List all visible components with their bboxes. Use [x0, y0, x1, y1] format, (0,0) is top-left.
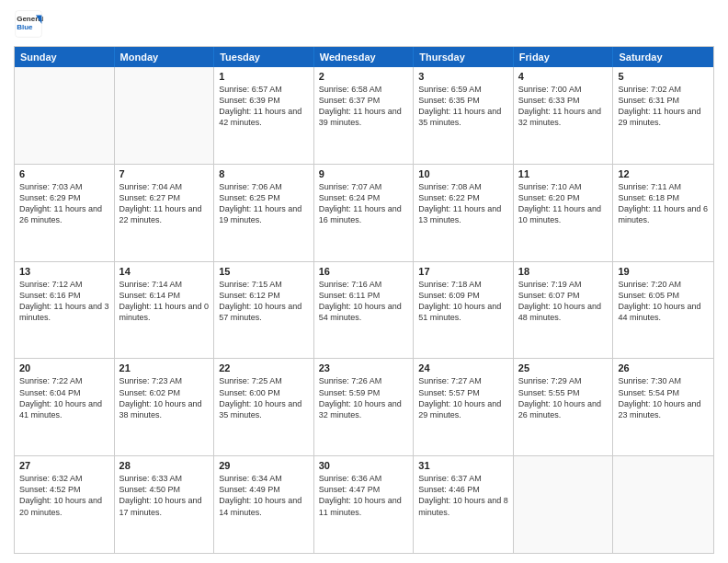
day-number: 17 — [418, 266, 508, 277]
day-cell-9: 9Sunrise: 7:07 AM Sunset: 6:24 PM Daylig… — [314, 165, 415, 261]
logo-icon: General Blue — [14, 9, 43, 39]
day-info: Sunrise: 7:14 AM Sunset: 6:14 PM Dayligh… — [119, 279, 210, 324]
day-info: Sunrise: 7:29 AM Sunset: 5:55 PM Dayligh… — [518, 375, 609, 420]
day-number: 26 — [618, 362, 709, 373]
week-row-4: 20Sunrise: 7:22 AM Sunset: 6:04 PM Dayli… — [15, 358, 713, 455]
day-cell-29: 29Sunrise: 6:34 AM Sunset: 4:49 PM Dayli… — [214, 456, 314, 553]
week-row-2: 6Sunrise: 7:03 AM Sunset: 6:29 PM Daylig… — [15, 164, 713, 261]
day-number: 28 — [119, 460, 210, 471]
week-row-1: 1Sunrise: 6:57 AM Sunset: 6:39 PM Daylig… — [15, 67, 713, 164]
day-info: Sunrise: 7:27 AM Sunset: 5:57 PM Dayligh… — [418, 375, 508, 420]
day-number: 15 — [219, 266, 309, 277]
svg-text:Blue: Blue — [17, 23, 33, 31]
day-number: 3 — [418, 71, 508, 82]
day-info: Sunrise: 6:57 AM Sunset: 6:39 PM Dayligh… — [219, 84, 309, 129]
empty-cell — [613, 456, 713, 553]
day-cell-20: 20Sunrise: 7:22 AM Sunset: 6:04 PM Dayli… — [15, 359, 115, 455]
day-info: Sunrise: 7:20 AM Sunset: 6:05 PM Dayligh… — [618, 279, 709, 324]
day-cell-18: 18Sunrise: 7:19 AM Sunset: 6:07 PM Dayli… — [514, 262, 614, 359]
day-cell-15: 15Sunrise: 7:15 AM Sunset: 6:12 PM Dayli… — [214, 262, 314, 359]
day-cell-19: 19Sunrise: 7:20 AM Sunset: 6:05 PM Dayli… — [613, 262, 713, 359]
day-number: 21 — [119, 362, 210, 373]
day-number: 19 — [618, 266, 709, 277]
page-container: General Blue SundayMondayTuesdayWednesda… — [0, 0, 728, 563]
day-cell-5: 5Sunrise: 7:02 AM Sunset: 6:31 PM Daylig… — [613, 67, 713, 164]
day-number: 11 — [518, 168, 609, 179]
day-info: Sunrise: 7:00 AM Sunset: 6:33 PM Dayligh… — [518, 84, 609, 129]
day-number: 7 — [119, 168, 210, 179]
day-number: 20 — [19, 362, 109, 373]
day-info: Sunrise: 7:11 AM Sunset: 6:18 PM Dayligh… — [618, 181, 709, 226]
day-number: 30 — [319, 460, 409, 471]
day-info: Sunrise: 6:32 AM Sunset: 4:52 PM Dayligh… — [19, 473, 109, 518]
day-number: 5 — [618, 71, 709, 82]
day-number: 18 — [518, 266, 609, 277]
day-header-friday: Friday — [514, 47, 614, 67]
day-info: Sunrise: 7:19 AM Sunset: 6:07 PM Dayligh… — [518, 279, 609, 324]
week-row-3: 13Sunrise: 7:12 AM Sunset: 6:16 PM Dayli… — [15, 261, 713, 359]
day-header-thursday: Thursday — [414, 47, 514, 67]
day-cell-11: 11Sunrise: 7:10 AM Sunset: 6:20 PM Dayli… — [514, 165, 614, 261]
day-header-wednesday: Wednesday — [314, 47, 415, 67]
day-info: Sunrise: 6:33 AM Sunset: 4:50 PM Dayligh… — [119, 473, 210, 518]
day-cell-13: 13Sunrise: 7:12 AM Sunset: 6:16 PM Dayli… — [15, 262, 115, 359]
day-cell-16: 16Sunrise: 7:16 AM Sunset: 6:11 PM Dayli… — [314, 262, 415, 359]
day-cell-14: 14Sunrise: 7:14 AM Sunset: 6:14 PM Dayli… — [115, 262, 215, 359]
calendar-header: SundayMondayTuesdayWednesdayThursdayFrid… — [15, 47, 713, 67]
day-number: 25 — [518, 362, 609, 373]
day-cell-27: 27Sunrise: 6:32 AM Sunset: 4:52 PM Dayli… — [15, 456, 115, 553]
day-info: Sunrise: 6:37 AM Sunset: 4:46 PM Dayligh… — [418, 473, 508, 518]
day-cell-8: 8Sunrise: 7:06 AM Sunset: 6:25 PM Daylig… — [214, 165, 314, 261]
day-cell-23: 23Sunrise: 7:26 AM Sunset: 5:59 PM Dayli… — [314, 359, 415, 455]
day-number: 23 — [319, 362, 409, 373]
day-header-tuesday: Tuesday — [214, 47, 314, 67]
day-number: 6 — [19, 168, 109, 179]
day-number: 31 — [418, 460, 508, 471]
day-info: Sunrise: 6:34 AM Sunset: 4:49 PM Dayligh… — [219, 473, 309, 518]
day-info: Sunrise: 7:02 AM Sunset: 6:31 PM Dayligh… — [618, 84, 709, 129]
day-cell-10: 10Sunrise: 7:08 AM Sunset: 6:22 PM Dayli… — [414, 165, 514, 261]
day-info: Sunrise: 7:12 AM Sunset: 6:16 PM Dayligh… — [19, 279, 109, 324]
day-number: 14 — [119, 266, 210, 277]
day-header-saturday: Saturday — [613, 47, 713, 67]
day-info: Sunrise: 7:03 AM Sunset: 6:29 PM Dayligh… — [19, 181, 109, 226]
day-info: Sunrise: 7:25 AM Sunset: 6:00 PM Dayligh… — [219, 375, 309, 420]
day-cell-31: 31Sunrise: 6:37 AM Sunset: 4:46 PM Dayli… — [414, 456, 514, 553]
empty-cell — [514, 456, 614, 553]
day-cell-22: 22Sunrise: 7:25 AM Sunset: 6:00 PM Dayli… — [214, 359, 314, 455]
day-info: Sunrise: 7:26 AM Sunset: 5:59 PM Dayligh… — [319, 375, 409, 420]
day-cell-24: 24Sunrise: 7:27 AM Sunset: 5:57 PM Dayli… — [414, 359, 514, 455]
day-cell-4: 4Sunrise: 7:00 AM Sunset: 6:33 PM Daylig… — [514, 67, 614, 164]
day-cell-21: 21Sunrise: 7:23 AM Sunset: 6:02 PM Dayli… — [115, 359, 215, 455]
logo: General Blue — [14, 9, 43, 39]
day-number: 8 — [219, 168, 309, 179]
day-number: 24 — [418, 362, 508, 373]
day-cell-17: 17Sunrise: 7:18 AM Sunset: 6:09 PM Dayli… — [414, 262, 514, 359]
day-cell-30: 30Sunrise: 6:36 AM Sunset: 4:47 PM Dayli… — [314, 456, 415, 553]
day-cell-12: 12Sunrise: 7:11 AM Sunset: 6:18 PM Dayli… — [613, 165, 713, 261]
day-number: 4 — [518, 71, 609, 82]
day-info: Sunrise: 7:04 AM Sunset: 6:27 PM Dayligh… — [119, 181, 210, 226]
day-info: Sunrise: 7:08 AM Sunset: 6:22 PM Dayligh… — [418, 181, 508, 226]
empty-cell — [15, 67, 115, 164]
day-number: 16 — [319, 266, 409, 277]
day-info: Sunrise: 7:06 AM Sunset: 6:25 PM Dayligh… — [219, 181, 309, 226]
day-info: Sunrise: 6:58 AM Sunset: 6:37 PM Dayligh… — [319, 84, 409, 129]
day-number: 27 — [19, 460, 109, 471]
week-row-5: 27Sunrise: 6:32 AM Sunset: 4:52 PM Dayli… — [15, 455, 713, 553]
day-info: Sunrise: 7:16 AM Sunset: 6:11 PM Dayligh… — [319, 279, 409, 324]
day-number: 1 — [219, 71, 309, 82]
day-cell-28: 28Sunrise: 6:33 AM Sunset: 4:50 PM Dayli… — [115, 456, 215, 553]
day-info: Sunrise: 6:36 AM Sunset: 4:47 PM Dayligh… — [319, 473, 409, 518]
day-cell-26: 26Sunrise: 7:30 AM Sunset: 5:54 PM Dayli… — [613, 359, 713, 455]
day-info: Sunrise: 6:59 AM Sunset: 6:35 PM Dayligh… — [418, 84, 508, 129]
day-cell-25: 25Sunrise: 7:29 AM Sunset: 5:55 PM Dayli… — [514, 359, 614, 455]
day-cell-1: 1Sunrise: 6:57 AM Sunset: 6:39 PM Daylig… — [214, 67, 314, 164]
day-info: Sunrise: 7:23 AM Sunset: 6:02 PM Dayligh… — [119, 375, 210, 420]
day-info: Sunrise: 7:22 AM Sunset: 6:04 PM Dayligh… — [19, 375, 109, 420]
calendar: SundayMondayTuesdayWednesdayThursdayFrid… — [14, 46, 714, 554]
day-cell-6: 6Sunrise: 7:03 AM Sunset: 6:29 PM Daylig… — [15, 165, 115, 261]
day-number: 29 — [219, 460, 309, 471]
day-cell-7: 7Sunrise: 7:04 AM Sunset: 6:27 PM Daylig… — [115, 165, 215, 261]
day-info: Sunrise: 7:10 AM Sunset: 6:20 PM Dayligh… — [518, 181, 609, 226]
